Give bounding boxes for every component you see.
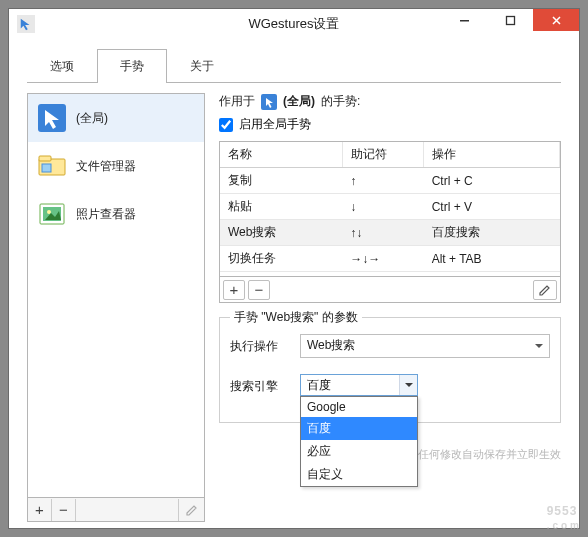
svg-rect-6: [39, 156, 51, 161]
titlebar: WGestures设置: [9, 9, 579, 39]
enable-global-checkbox[interactable]: 启用全局手势: [219, 116, 561, 133]
apply-prefix: 作用于: [219, 93, 255, 110]
edit-gesture-button[interactable]: [533, 280, 557, 300]
app-item-global[interactable]: (全局): [28, 94, 204, 142]
remove-gesture-button[interactable]: −: [248, 280, 270, 300]
add-app-button[interactable]: +: [28, 499, 52, 521]
app-icon: [17, 15, 35, 33]
table-row[interactable]: Web搜索 ↑↓ 百度搜索: [220, 220, 560, 246]
tab-about[interactable]: 关于: [167, 49, 237, 83]
table-row[interactable]: 复制 ↑ Ctrl + C: [220, 168, 560, 194]
gesture-params: 手势 "Web搜索" 的参数 执行操作 Web搜索 搜索引擎 百度: [219, 317, 561, 423]
apply-suffix: 的手势:: [321, 93, 360, 110]
photo-icon: [36, 198, 68, 230]
cursor-icon: [36, 102, 68, 134]
engine-option[interactable]: 自定义: [301, 463, 417, 486]
maximize-button[interactable]: [487, 9, 533, 31]
svg-point-10: [47, 210, 51, 214]
app-item-label: (全局): [76, 110, 108, 127]
action-label: 执行操作: [230, 338, 286, 355]
cursor-icon: [261, 94, 277, 110]
svg-rect-2: [506, 16, 514, 24]
app-list-column: (全局) 文件管理器 照片查看器: [27, 93, 205, 522]
table-row[interactable]: 前进 → Alt + RIGHT: [220, 272, 560, 278]
settings-window: WGestures设置 选项 手势 关于 (全局): [8, 8, 580, 529]
tab-body: (全局) 文件管理器 照片查看器: [27, 83, 561, 522]
gesture-panel: 作用于 (全局) 的手势: 启用全局手势 名称: [219, 93, 561, 522]
remove-app-button[interactable]: −: [52, 499, 76, 521]
tab-gestures[interactable]: 手势: [97, 49, 167, 83]
apply-to-line: 作用于 (全局) 的手势:: [219, 93, 561, 110]
app-list[interactable]: (全局) 文件管理器 照片查看器: [27, 93, 205, 498]
table-row[interactable]: 粘贴 ↓ Ctrl + V: [220, 194, 560, 220]
engine-label: 搜索引擎: [230, 374, 286, 395]
tabstrip: 选项 手势 关于: [27, 49, 561, 83]
svg-rect-7: [42, 164, 51, 172]
tab-options[interactable]: 选项: [27, 49, 97, 83]
chevron-down-icon: [399, 375, 417, 395]
app-item-label: 照片查看器: [76, 206, 136, 223]
add-gesture-button[interactable]: +: [223, 280, 245, 300]
engine-option[interactable]: 必应: [301, 440, 417, 463]
app-list-toolbar: + −: [27, 498, 205, 522]
action-select[interactable]: Web搜索: [300, 334, 550, 358]
col-mnem-header[interactable]: 助记符: [342, 142, 423, 168]
engine-dropdown[interactable]: Google 百度 必应 自定义: [300, 396, 418, 487]
svg-marker-0: [21, 19, 30, 30]
enable-checkbox-input[interactable]: [219, 118, 233, 132]
content: 选项 手势 关于 (全局): [9, 39, 579, 528]
minimize-button[interactable]: [441, 9, 487, 31]
engine-combobox[interactable]: 百度 Google 百度 必应 自定义: [300, 374, 418, 396]
folder-icon: [36, 150, 68, 182]
app-item-explorer[interactable]: 文件管理器: [28, 142, 204, 190]
gesture-toolbar: + −: [219, 277, 561, 303]
engine-option[interactable]: 百度: [301, 417, 417, 440]
engine-option[interactable]: Google: [301, 397, 417, 417]
col-name-header[interactable]: 名称: [220, 142, 342, 168]
params-legend: 手势 "Web搜索" 的参数: [230, 309, 362, 326]
svg-rect-1: [460, 20, 469, 22]
edit-app-button[interactable]: [178, 499, 204, 521]
apply-target: (全局): [283, 93, 315, 110]
table-row[interactable]: 切换任务 →↓→ Alt + TAB: [220, 246, 560, 272]
col-act-header[interactable]: 操作: [424, 142, 560, 168]
app-item-label: 文件管理器: [76, 158, 136, 175]
app-item-photoviewer[interactable]: 照片查看器: [28, 190, 204, 238]
close-button[interactable]: [533, 9, 579, 31]
enable-label: 启用全局手势: [239, 116, 311, 133]
gesture-table[interactable]: 名称 助记符 操作 复制 ↑ Ctrl + C 粘贴: [219, 141, 561, 277]
